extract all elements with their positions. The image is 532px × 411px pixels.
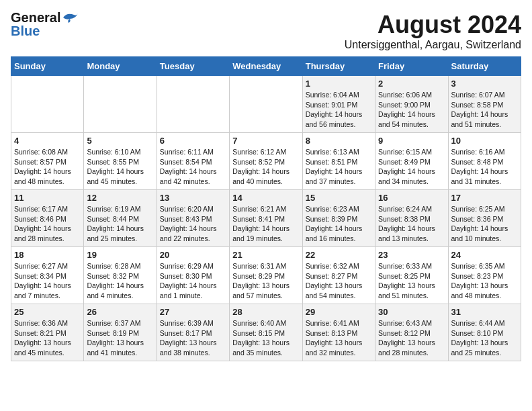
day-number: 5 [87,136,153,146]
cell-content: Sunrise: 6:36 AM Sunset: 8:21 PM Dayligh… [14,318,81,358]
calendar-cell: 1Sunrise: 6:04 AM Sunset: 9:01 PM Daylig… [302,76,375,133]
calendar-cell: 30Sunrise: 6:43 AM Sunset: 8:12 PM Dayli… [375,304,448,361]
day-number: 23 [378,250,445,260]
day-number: 7 [232,136,299,146]
cell-content: Sunrise: 6:35 AM Sunset: 8:23 PM Dayligh… [451,261,518,301]
calendar-cell [11,76,84,133]
day-number: 19 [87,250,153,260]
day-number: 31 [451,307,518,317]
calendar-cell: 10Sunrise: 6:16 AM Sunset: 8:48 PM Dayli… [448,133,521,190]
calendar-cell: 14Sunrise: 6:21 AM Sunset: 8:41 PM Dayli… [230,190,302,247]
calendar-cell: 17Sunrise: 6:25 AM Sunset: 8:36 PM Dayli… [448,190,521,247]
calendar-cell: 16Sunrise: 6:24 AM Sunset: 8:38 PM Dayli… [375,190,448,247]
calendar-cell: 20Sunrise: 6:29 AM Sunset: 8:30 PM Dayli… [157,247,229,304]
cell-content: Sunrise: 6:40 AM Sunset: 8:15 PM Dayligh… [232,318,299,358]
cell-content: Sunrise: 6:20 AM Sunset: 8:43 PM Dayligh… [160,204,226,244]
day-number: 4 [14,136,81,146]
calendar-cell: 26Sunrise: 6:37 AM Sunset: 8:19 PM Dayli… [84,304,157,361]
week-row-1: 4Sunrise: 6:08 AM Sunset: 8:57 PM Daylig… [11,133,521,190]
cell-content: Sunrise: 6:25 AM Sunset: 8:36 PM Dayligh… [451,204,518,244]
day-number: 24 [451,250,518,260]
calendar-cell: 31Sunrise: 6:44 AM Sunset: 8:10 PM Dayli… [448,304,521,361]
day-number: 20 [160,250,226,260]
cell-content: Sunrise: 6:32 AM Sunset: 8:27 PM Dayligh… [306,261,372,301]
title-area: August 2024 Untersiggenthal, Aargau, Swi… [345,11,521,51]
calendar-cell: 2Sunrise: 6:06 AM Sunset: 9:00 PM Daylig… [375,76,448,133]
header-wednesday: Wednesday [230,57,302,76]
day-number: 9 [378,136,445,146]
cell-content: Sunrise: 6:41 AM Sunset: 8:13 PM Dayligh… [306,318,372,358]
logo-general: General [11,11,60,24]
cell-content: Sunrise: 6:17 AM Sunset: 8:46 PM Dayligh… [14,204,81,244]
day-number: 15 [306,193,372,203]
location-subtitle: Untersiggenthal, Aargau, Switzerland [345,39,521,51]
cell-content: Sunrise: 6:07 AM Sunset: 8:58 PM Dayligh… [451,90,518,130]
cell-content: Sunrise: 6:37 AM Sunset: 8:19 PM Dayligh… [87,318,153,358]
day-number: 2 [378,79,445,89]
header-sunday: Sunday [11,57,84,76]
cell-content: Sunrise: 6:19 AM Sunset: 8:44 PM Dayligh… [87,204,153,244]
calendar-cell: 24Sunrise: 6:35 AM Sunset: 8:23 PM Dayli… [448,247,521,304]
day-number: 10 [451,136,518,146]
calendar-cell: 3Sunrise: 6:07 AM Sunset: 8:58 PM Daylig… [448,76,521,133]
calendar-cell: 5Sunrise: 6:10 AM Sunset: 8:55 PM Daylig… [84,133,157,190]
calendar-cell: 12Sunrise: 6:19 AM Sunset: 8:44 PM Dayli… [84,190,157,247]
day-number: 16 [378,193,445,203]
week-row-0: 1Sunrise: 6:04 AM Sunset: 9:01 PM Daylig… [11,76,521,133]
month-year-title: August 2024 [345,11,521,39]
calendar-cell: 6Sunrise: 6:11 AM Sunset: 8:54 PM Daylig… [157,133,229,190]
cell-content: Sunrise: 6:39 AM Sunset: 8:17 PM Dayligh… [160,318,226,358]
cell-content: Sunrise: 6:13 AM Sunset: 8:51 PM Dayligh… [306,147,372,187]
logo-blue: Blue [11,24,40,38]
calendar-cell: 29Sunrise: 6:41 AM Sunset: 8:13 PM Dayli… [302,304,375,361]
calendar-cell: 7Sunrise: 6:12 AM Sunset: 8:52 PM Daylig… [230,133,302,190]
day-number: 17 [451,193,518,203]
header-saturday: Saturday [448,57,521,76]
header-monday: Monday [84,57,157,76]
cell-content: Sunrise: 6:08 AM Sunset: 8:57 PM Dayligh… [14,147,81,187]
day-number: 3 [451,79,518,89]
calendar-cell: 18Sunrise: 6:27 AM Sunset: 8:34 PM Dayli… [11,247,84,304]
header-thursday: Thursday [302,57,375,76]
calendar-cell: 15Sunrise: 6:23 AM Sunset: 8:39 PM Dayli… [302,190,375,247]
week-row-3: 18Sunrise: 6:27 AM Sunset: 8:34 PM Dayli… [11,247,521,304]
cell-content: Sunrise: 6:27 AM Sunset: 8:34 PM Dayligh… [14,261,81,301]
calendar-cell [84,76,157,133]
calendar-cell: 21Sunrise: 6:31 AM Sunset: 8:29 PM Dayli… [230,247,302,304]
day-number: 27 [160,307,226,317]
calendar-cell: 28Sunrise: 6:40 AM Sunset: 8:15 PM Dayli… [230,304,302,361]
calendar-cell: 22Sunrise: 6:32 AM Sunset: 8:27 PM Dayli… [302,247,375,304]
cell-content: Sunrise: 6:31 AM Sunset: 8:29 PM Dayligh… [232,261,299,301]
cell-content: Sunrise: 6:04 AM Sunset: 9:01 PM Dayligh… [306,90,372,130]
header-tuesday: Tuesday [157,57,229,76]
day-number: 11 [14,193,81,203]
cell-content: Sunrise: 6:23 AM Sunset: 8:39 PM Dayligh… [306,204,372,244]
calendar-cell: 13Sunrise: 6:20 AM Sunset: 8:43 PM Dayli… [157,190,229,247]
cell-content: Sunrise: 6:21 AM Sunset: 8:41 PM Dayligh… [232,204,299,244]
calendar-cell: 8Sunrise: 6:13 AM Sunset: 8:51 PM Daylig… [302,133,375,190]
cell-content: Sunrise: 6:16 AM Sunset: 8:48 PM Dayligh… [451,147,518,187]
day-number: 14 [232,193,299,203]
day-number: 1 [306,79,372,89]
header-friday: Friday [375,57,448,76]
day-number: 29 [306,307,372,317]
day-number: 26 [87,307,153,317]
cell-content: Sunrise: 6:06 AM Sunset: 9:00 PM Dayligh… [378,90,445,130]
day-number: 6 [160,136,226,146]
logo-bird-icon [60,11,79,24]
week-row-4: 25Sunrise: 6:36 AM Sunset: 8:21 PM Dayli… [11,304,521,361]
calendar-cell: 23Sunrise: 6:33 AM Sunset: 8:25 PM Dayli… [375,247,448,304]
day-number: 25 [14,307,81,317]
cell-content: Sunrise: 6:11 AM Sunset: 8:54 PM Dayligh… [160,147,226,187]
cell-content: Sunrise: 6:10 AM Sunset: 8:55 PM Dayligh… [87,147,153,187]
cell-content: Sunrise: 6:28 AM Sunset: 8:32 PM Dayligh… [87,261,153,301]
week-row-2: 11Sunrise: 6:17 AM Sunset: 8:46 PM Dayli… [11,190,521,247]
day-number: 30 [378,307,445,317]
calendar-cell [157,76,229,133]
day-number: 28 [232,307,299,317]
calendar-cell: 9Sunrise: 6:15 AM Sunset: 8:49 PM Daylig… [375,133,448,190]
calendar-cell [230,76,302,133]
cell-content: Sunrise: 6:24 AM Sunset: 8:38 PM Dayligh… [378,204,445,244]
day-number: 12 [87,193,153,203]
day-number: 18 [14,250,81,260]
